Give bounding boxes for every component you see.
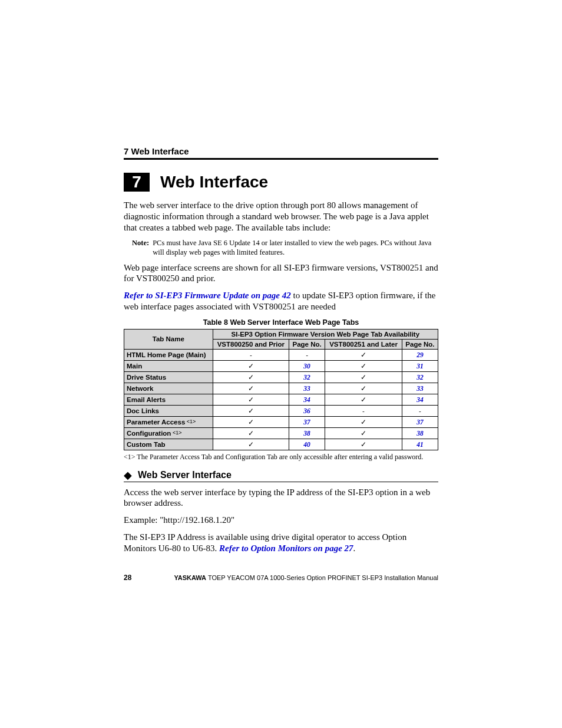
page-no-cell: 38 <box>289 427 325 439</box>
check-icon: ✓ <box>248 363 254 370</box>
page-number: 28 <box>124 574 131 582</box>
th-group: SI-EP3 Option Firmware Version Web Page … <box>213 329 438 339</box>
page-no-cell: 33 <box>289 383 325 394</box>
note-block: Note: PCs must have Java SE 6 Update 14 … <box>132 239 438 257</box>
th-col2: Page No. <box>289 339 325 349</box>
check-icon: ✓ <box>248 430 254 437</box>
page-no-cell: - <box>289 349 325 360</box>
table-row: Drive Status✓32✓32 <box>124 371 438 383</box>
page-ref-link[interactable]: 31 <box>416 363 424 370</box>
note-label: Note: <box>132 239 153 257</box>
th-col3: VST800251 and Later <box>325 339 402 349</box>
page-ref-link[interactable]: 34 <box>303 396 310 403</box>
page-ref-link[interactable]: 40 <box>303 441 310 448</box>
page-ref-link[interactable]: 37 <box>416 419 424 426</box>
avail-cell: ✓ <box>213 383 289 394</box>
check-icon: ✓ <box>361 441 366 448</box>
avail-cell: ✓ <box>325 394 402 405</box>
table-footnote: <1> The Parameter Access Tab and Configu… <box>124 453 438 462</box>
page-ref-link[interactable]: 29 <box>416 351 424 358</box>
row-name: Drive Status <box>124 371 213 383</box>
page-ref-link[interactable]: 33 <box>416 385 424 392</box>
page-no-cell: 34 <box>402 394 438 405</box>
page-no-cell: 30 <box>289 360 325 371</box>
avail-cell: ✓ <box>325 349 402 360</box>
paragraph-2: Web page interface screens are shown for… <box>124 262 438 285</box>
row-name: Main <box>124 360 213 371</box>
check-icon: ✓ <box>248 385 254 392</box>
page-ref-link[interactable]: 30 <box>303 363 310 370</box>
page-ref-link[interactable]: 38 <box>416 430 424 437</box>
page-ref-link[interactable]: 33 <box>303 385 310 392</box>
section-number: 7 <box>124 173 150 192</box>
footer-doc: YASKAWA TOEP YEACOM 07A 1000-Series Opti… <box>174 574 438 581</box>
th-col4: Page No. <box>402 339 438 349</box>
row-name: Configuration <1> <box>124 427 213 439</box>
page-ref-link[interactable]: 36 <box>303 407 310 414</box>
superscript: <1> <box>185 419 196 424</box>
footer-doc-title: TOEP YEACOM 07A 1000-Series Option PROFI… <box>206 574 438 581</box>
avail-cell: ✓ <box>213 416 289 427</box>
th-tab-name: Tab Name <box>124 329 213 349</box>
avail-cell: ✓ <box>325 360 402 371</box>
avail-cell: ✓ <box>213 394 289 405</box>
table-row: Main✓30✓31 <box>124 360 438 371</box>
row-name: Custom Tab <box>124 439 213 450</box>
table-row: Doc Links✓36-- <box>124 405 438 416</box>
row-name: Email Alerts <box>124 394 213 405</box>
footer-brand: YASKAWA <box>174 574 206 581</box>
page-ref-link[interactable]: 37 <box>303 419 310 426</box>
avail-cell: ✓ <box>213 371 289 383</box>
page-no-cell: - <box>402 405 438 416</box>
intro-paragraph: The web server interface to the drive op… <box>124 200 438 233</box>
avail-cell: ✓ <box>325 371 402 383</box>
check-icon: ✓ <box>361 396 366 403</box>
page-footer: 28 YASKAWA TOEP YEACOM 07A 1000-Series O… <box>124 574 438 582</box>
check-icon: ✓ <box>361 363 366 370</box>
document-page: 7 Web Interface 7 Web Interface The web … <box>0 0 562 728</box>
avail-cell: ✓ <box>325 383 402 394</box>
check-icon: ✓ <box>248 441 254 448</box>
page-no-cell: 40 <box>289 439 325 450</box>
row-name: Network <box>124 383 213 394</box>
avail-cell: ✓ <box>213 360 289 371</box>
firmware-update-link[interactable]: Refer to SI-EP3 Firmware Update on page … <box>124 291 291 300</box>
sub-paragraph-2: Example: "http://192.168.1.20" <box>124 515 438 526</box>
table-row: Email Alerts✓34✓34 <box>124 394 438 405</box>
diamond-icon: ◆ <box>124 470 132 480</box>
subsection-heading: Web Server Interface <box>138 470 232 480</box>
table-row: Network✓33✓33 <box>124 383 438 394</box>
check-icon: ✓ <box>361 374 366 381</box>
avail-cell: ✓ <box>325 439 402 450</box>
avail-cell: ✓ <box>325 416 402 427</box>
check-icon: ✓ <box>361 430 366 437</box>
table-row: Configuration <1>✓38✓38 <box>124 427 438 439</box>
page-no-cell: 38 <box>402 427 438 439</box>
page-ref-link[interactable]: 32 <box>416 374 424 381</box>
table-row: Custom Tab✓40✓41 <box>124 439 438 450</box>
th-col1: VST800250 and Prior <box>213 339 289 349</box>
avail-cell: ✓ <box>213 405 289 416</box>
page-no-cell: 31 <box>402 360 438 371</box>
row-name: HTML Home Page (Main) <box>124 349 213 360</box>
page-no-cell: 32 <box>402 371 438 383</box>
page-ref-link[interactable]: 41 <box>416 441 424 448</box>
page-ref-link[interactable]: 32 <box>303 374 310 381</box>
page-no-cell: 29 <box>402 349 438 360</box>
avail-cell: - <box>213 349 289 360</box>
option-monitors-link[interactable]: Refer to Option Monitors on page 27 <box>219 543 353 553</box>
sub-paragraph-1: Access the web server interface by typin… <box>124 487 438 509</box>
sub-para3-b: . <box>353 543 356 553</box>
check-icon: ✓ <box>248 396 254 403</box>
running-header: 7 Web Interface <box>124 146 438 160</box>
superscript: <1> <box>171 430 181 436</box>
table-row: Parameter Access <1>✓37✓37 <box>124 416 438 427</box>
page-no-cell: 33 <box>402 383 438 394</box>
page-ref-link[interactable]: 34 <box>416 396 424 403</box>
sub-paragraph-3: The SI-EP3 IP Address is available using… <box>124 532 438 554</box>
check-icon: ✓ <box>361 419 366 426</box>
check-icon: ✓ <box>248 407 254 414</box>
page-ref-link[interactable]: 38 <box>303 430 310 437</box>
avail-cell: ✓ <box>213 439 289 450</box>
page-no-cell: 36 <box>289 405 325 416</box>
